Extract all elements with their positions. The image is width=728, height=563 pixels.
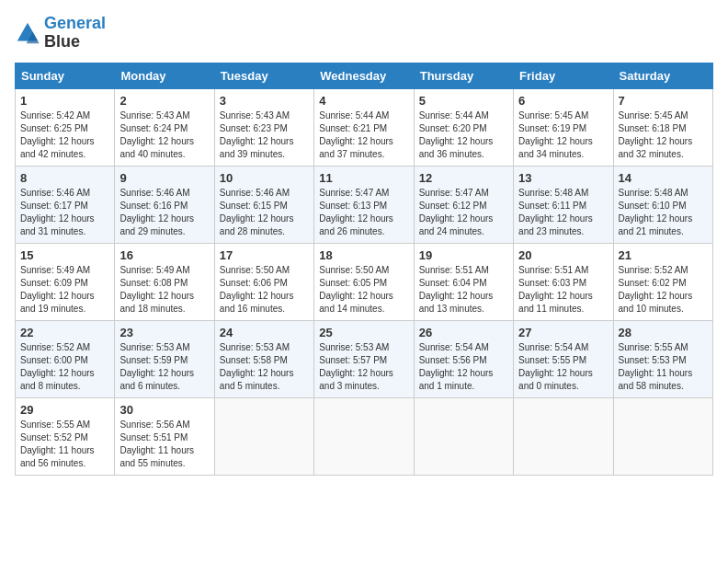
day-info: Sunrise: 5:53 AM Sunset: 5:58 PM Dayligh… — [220, 341, 309, 393]
logo-icon — [15, 20, 40, 46]
day-info: Sunrise: 5:55 AM Sunset: 5:53 PM Dayligh… — [619, 341, 708, 393]
calendar-cell: 18 Sunrise: 5:50 AM Sunset: 6:05 PM Dayl… — [314, 243, 414, 320]
calendar-cell: 9 Sunrise: 5:46 AM Sunset: 6:16 PM Dayli… — [115, 166, 214, 243]
day-number: 26 — [419, 326, 508, 339]
day-number: 22 — [20, 326, 109, 339]
day-info: Sunrise: 5:50 AM Sunset: 6:06 PM Dayligh… — [220, 264, 309, 316]
day-info: Sunrise: 5:51 AM Sunset: 6:04 PM Dayligh… — [419, 264, 508, 316]
day-number: 20 — [518, 248, 608, 262]
calendar-cell — [514, 397, 613, 475]
calendar-week-row: 29 Sunrise: 5:55 AM Sunset: 5:52 PM Dayl… — [16, 397, 713, 475]
calendar-week-row: 1 Sunrise: 5:42 AM Sunset: 6:25 PM Dayli… — [16, 88, 713, 166]
day-number: 29 — [20, 403, 109, 417]
day-number: 6 — [518, 94, 608, 108]
day-info: Sunrise: 5:47 AM Sunset: 6:13 PM Dayligh… — [319, 187, 408, 238]
calendar-cell: 2 Sunrise: 5:43 AM Sunset: 6:24 PM Dayli… — [115, 88, 214, 166]
calendar-cell: 7 Sunrise: 5:45 AM Sunset: 6:18 PM Dayli… — [613, 88, 712, 166]
calendar-cell: 13 Sunrise: 5:48 AM Sunset: 6:11 PM Dayl… — [514, 166, 613, 243]
day-info: Sunrise: 5:43 AM Sunset: 6:23 PM Dayligh… — [220, 109, 309, 161]
calendar-cell: 21 Sunrise: 5:52 AM Sunset: 6:02 PM Dayl… — [613, 243, 712, 320]
col-header-sunday: Sunday — [16, 63, 115, 88]
calendar-cell: 3 Sunrise: 5:43 AM Sunset: 6:23 PM Dayli… — [214, 88, 313, 166]
calendar-cell: 4 Sunrise: 5:44 AM Sunset: 6:21 PM Dayli… — [314, 88, 414, 166]
calendar-week-row: 8 Sunrise: 5:46 AM Sunset: 6:17 PM Dayli… — [16, 166, 713, 243]
calendar-cell: 28 Sunrise: 5:55 AM Sunset: 5:53 PM Dayl… — [613, 320, 712, 397]
calendar-cell: 15 Sunrise: 5:49 AM Sunset: 6:09 PM Dayl… — [16, 243, 115, 320]
day-number: 14 — [619, 171, 708, 185]
calendar-cell: 25 Sunrise: 5:53 AM Sunset: 5:57 PM Dayl… — [314, 320, 414, 397]
logo-text: GeneralBlue — [44, 15, 106, 52]
calendar-cell — [214, 397, 313, 475]
col-header-tuesday: Tuesday — [214, 63, 313, 88]
day-info: Sunrise: 5:53 AM Sunset: 5:57 PM Dayligh… — [319, 341, 408, 393]
calendar-cell: 14 Sunrise: 5:48 AM Sunset: 6:10 PM Dayl… — [613, 166, 712, 243]
calendar-cell — [613, 397, 712, 475]
day-number: 24 — [220, 326, 309, 339]
day-info: Sunrise: 5:44 AM Sunset: 6:21 PM Dayligh… — [319, 109, 408, 161]
day-number: 9 — [119, 171, 209, 185]
calendar-cell: 5 Sunrise: 5:44 AM Sunset: 6:20 PM Dayli… — [414, 88, 513, 166]
calendar-cell: 6 Sunrise: 5:45 AM Sunset: 6:19 PM Dayli… — [514, 88, 613, 166]
col-header-thursday: Thursday — [414, 63, 513, 88]
day-info: Sunrise: 5:43 AM Sunset: 6:24 PM Dayligh… — [119, 109, 209, 161]
day-number: 19 — [419, 248, 508, 262]
day-info: Sunrise: 5:42 AM Sunset: 6:25 PM Dayligh… — [20, 109, 109, 161]
calendar-table: SundayMondayTuesdayWednesdayThursdayFrid… — [15, 63, 713, 476]
day-info: Sunrise: 5:47 AM Sunset: 6:12 PM Dayligh… — [419, 187, 508, 238]
calendar-header-row: SundayMondayTuesdayWednesdayThursdayFrid… — [16, 63, 713, 88]
day-info: Sunrise: 5:46 AM Sunset: 6:16 PM Dayligh… — [119, 187, 209, 238]
day-number: 4 — [319, 94, 408, 108]
day-number: 15 — [20, 248, 109, 262]
day-number: 1 — [20, 94, 109, 108]
day-number: 21 — [619, 248, 708, 262]
day-number: 10 — [220, 171, 309, 185]
day-number: 11 — [319, 171, 408, 185]
day-info: Sunrise: 5:53 AM Sunset: 5:59 PM Dayligh… — [119, 341, 209, 393]
day-info: Sunrise: 5:48 AM Sunset: 6:10 PM Dayligh… — [619, 187, 708, 238]
col-header-wednesday: Wednesday — [314, 63, 414, 88]
day-number: 17 — [220, 248, 309, 262]
calendar-cell: 22 Sunrise: 5:52 AM Sunset: 6:00 PM Dayl… — [16, 320, 115, 397]
calendar-cell: 19 Sunrise: 5:51 AM Sunset: 6:04 PM Dayl… — [414, 243, 513, 320]
col-header-monday: Monday — [115, 63, 214, 88]
day-number: 8 — [20, 171, 109, 185]
calendar-cell — [414, 397, 513, 475]
day-number: 30 — [119, 403, 209, 417]
calendar-cell: 30 Sunrise: 5:56 AM Sunset: 5:51 PM Dayl… — [115, 397, 214, 475]
calendar-cell: 16 Sunrise: 5:49 AM Sunset: 6:08 PM Dayl… — [115, 243, 214, 320]
day-info: Sunrise: 5:48 AM Sunset: 6:11 PM Dayligh… — [518, 187, 608, 238]
calendar-cell: 8 Sunrise: 5:46 AM Sunset: 6:17 PM Dayli… — [16, 166, 115, 243]
calendar-cell: 23 Sunrise: 5:53 AM Sunset: 5:59 PM Dayl… — [115, 320, 214, 397]
col-header-saturday: Saturday — [613, 63, 712, 88]
day-info: Sunrise: 5:56 AM Sunset: 5:51 PM Dayligh… — [119, 419, 209, 470]
day-number: 7 — [619, 94, 708, 108]
page-header: GeneralBlue — [15, 15, 713, 52]
day-info: Sunrise: 5:46 AM Sunset: 6:15 PM Dayligh… — [220, 187, 309, 238]
day-info: Sunrise: 5:54 AM Sunset: 5:55 PM Dayligh… — [518, 341, 608, 393]
col-header-friday: Friday — [514, 63, 613, 88]
day-number: 13 — [518, 171, 608, 185]
calendar-body: 1 Sunrise: 5:42 AM Sunset: 6:25 PM Dayli… — [16, 88, 713, 475]
day-info: Sunrise: 5:46 AM Sunset: 6:17 PM Dayligh… — [20, 187, 109, 238]
day-number: 27 — [518, 326, 608, 339]
day-number: 23 — [119, 326, 209, 339]
day-info: Sunrise: 5:44 AM Sunset: 6:20 PM Dayligh… — [419, 109, 508, 161]
calendar-cell: 29 Sunrise: 5:55 AM Sunset: 5:52 PM Dayl… — [16, 397, 115, 475]
day-number: 12 — [419, 171, 508, 185]
calendar-week-row: 15 Sunrise: 5:49 AM Sunset: 6:09 PM Dayl… — [16, 243, 713, 320]
day-number: 18 — [319, 248, 408, 262]
day-info: Sunrise: 5:52 AM Sunset: 6:00 PM Dayligh… — [20, 341, 109, 393]
calendar-cell: 26 Sunrise: 5:54 AM Sunset: 5:56 PM Dayl… — [414, 320, 513, 397]
logo: GeneralBlue — [15, 15, 106, 52]
calendar-cell: 12 Sunrise: 5:47 AM Sunset: 6:12 PM Dayl… — [414, 166, 513, 243]
calendar-cell: 17 Sunrise: 5:50 AM Sunset: 6:06 PM Dayl… — [214, 243, 313, 320]
day-number: 3 — [220, 94, 309, 108]
day-number: 16 — [119, 248, 209, 262]
day-number: 25 — [319, 326, 408, 339]
day-info: Sunrise: 5:55 AM Sunset: 5:52 PM Dayligh… — [20, 419, 109, 470]
calendar-cell: 24 Sunrise: 5:53 AM Sunset: 5:58 PM Dayl… — [214, 320, 313, 397]
day-info: Sunrise: 5:54 AM Sunset: 5:56 PM Dayligh… — [419, 341, 508, 393]
calendar-week-row: 22 Sunrise: 5:52 AM Sunset: 6:00 PM Dayl… — [16, 320, 713, 397]
calendar-cell — [314, 397, 414, 475]
day-info: Sunrise: 5:49 AM Sunset: 6:09 PM Dayligh… — [20, 264, 109, 316]
